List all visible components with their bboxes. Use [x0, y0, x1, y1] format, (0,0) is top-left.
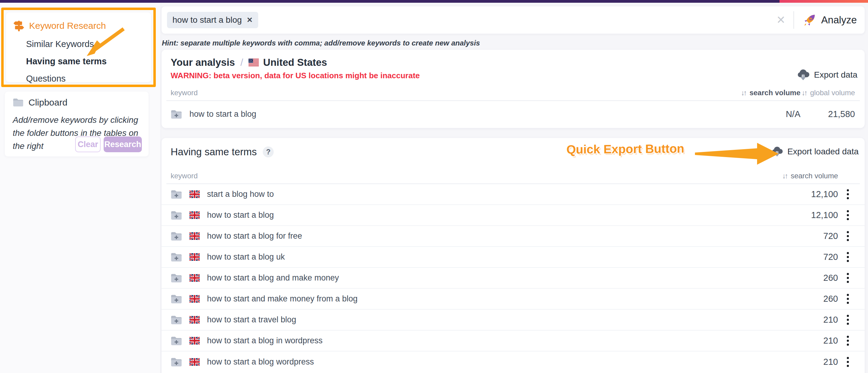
uk-flag-icon	[189, 211, 200, 219]
signpost-icon	[13, 20, 25, 32]
annotation-arrow-nav	[81, 26, 130, 62]
keyword-cell: how to start a blog for free	[207, 231, 302, 241]
search-volume-cell: 720	[824, 252, 838, 262]
keyword-cell: how to start a blog and make money	[207, 273, 339, 283]
your-analysis-card: Your analysis /	[161, 50, 865, 128]
table-row: how to start and make money from a blog …	[161, 289, 865, 310]
folder-add-icon[interactable]	[170, 315, 182, 325]
keyword-cell: how to start a blog in wordpress	[207, 336, 322, 345]
kebab-menu-icon[interactable]	[845, 355, 851, 369]
uk-flag-icon	[189, 274, 200, 282]
uk-flag-icon	[189, 316, 200, 323]
export-data-button[interactable]: Export data	[797, 68, 858, 81]
keyword-cell: how to start a blog	[189, 110, 256, 119]
keywords-input-bar[interactable]: how to start a blog ✕ ✕ A	[161, 6, 865, 34]
chip-remove-icon[interactable]: ✕	[247, 17, 253, 24]
column-header-keyword: keyword	[170, 172, 771, 180]
keywords-hint: Hint: separate multiple keywords with co…	[162, 39, 480, 47]
kebab-menu-icon[interactable]	[845, 292, 851, 306]
table-row: how to start a blog 12,100	[161, 205, 865, 226]
help-icon[interactable]: ?	[263, 146, 274, 157]
folder-add-icon[interactable]	[170, 336, 182, 346]
kebab-menu-icon[interactable]	[845, 334, 851, 347]
folder-add-icon[interactable]	[170, 273, 182, 283]
analysis-title: Your analysis	[170, 57, 235, 68]
beta-warning: WARNING: beta version, data for US locat…	[161, 71, 865, 80]
search-volume-cell: 260	[824, 273, 838, 283]
clipboard-card: Clipboard Add/remove keywords by clickin…	[5, 92, 149, 156]
uk-flag-icon	[189, 253, 200, 261]
search-volume-cell: 210	[824, 357, 838, 367]
clear-button[interactable]: Clear	[75, 137, 101, 152]
table-row: how to start a blog for free 720	[161, 226, 865, 247]
export-loaded-data-label: Export loaded data	[787, 147, 859, 156]
analysis-country: United States	[263, 57, 327, 68]
keyword-cell: how to start and make money from a blog	[207, 294, 358, 304]
search-volume-cell: 12,100	[811, 189, 838, 199]
sort-icon[interactable]: ↓↑	[782, 172, 788, 180]
search-volume-cell: 720	[824, 231, 838, 241]
search-volume-cell: 210	[824, 315, 838, 325]
search-volume-cell: 260	[824, 294, 838, 304]
analyze-label: Analyze	[821, 14, 857, 26]
table-row: how to start a blog in wordpress 210	[161, 331, 865, 351]
uk-flag-icon	[189, 295, 200, 303]
same-terms-table: start a blog how to 12,100	[161, 184, 865, 372]
export-loaded-data-button[interactable]: Export loaded data	[771, 146, 859, 157]
column-header-global-volume[interactable]: ↓↑ global volume	[802, 89, 855, 97]
kebab-menu-icon[interactable]	[845, 229, 851, 243]
us-flag-icon	[249, 59, 259, 66]
table-row: start a blog how to 12,100	[161, 184, 865, 205]
sidebar-item-questions[interactable]: Questions	[6, 70, 151, 87]
kebab-menu-icon[interactable]	[845, 208, 851, 222]
progress-segment-purple	[0, 0, 779, 3]
table-row: how to start a blog and make money 260	[161, 268, 865, 289]
keyword-cell: start a blog how to	[207, 190, 274, 199]
kebab-menu-icon[interactable]	[845, 271, 851, 285]
cloud-download-icon	[797, 68, 810, 81]
folder-add-icon[interactable]	[170, 252, 182, 262]
column-header-search-volume[interactable]: ↓↑ search volume	[782, 172, 838, 180]
rocket-icon	[803, 13, 817, 27]
top-progress-bar	[0, 0, 868, 3]
annotation-quick-export-label: Quick Export Button	[566, 142, 684, 156]
main-content: how to start a blog ✕ ✕ A	[161, 3, 868, 373]
export-data-label: Export data	[814, 70, 858, 80]
folder-add-icon[interactable]	[170, 210, 182, 220]
research-button[interactable]: Research	[104, 137, 142, 152]
having-same-terms-card: Having same terms ? Export loaded data k…	[161, 138, 865, 373]
uk-flag-icon	[189, 358, 200, 366]
folder-add-icon[interactable]	[170, 189, 182, 199]
column-header-search-volume[interactable]: ↓↑ search volume	[741, 89, 800, 97]
table-row: how to start a travel blog 210	[161, 310, 865, 331]
kebab-menu-icon[interactable]	[845, 250, 851, 264]
keyword-cell: how to start a travel blog	[207, 315, 296, 324]
folder-add-icon[interactable]	[170, 294, 182, 304]
clear-input-icon[interactable]: ✕	[768, 15, 793, 26]
search-volume-cell: 210	[824, 336, 838, 346]
search-volume-cell: 12,100	[811, 210, 838, 220]
folder-add-icon[interactable]	[170, 357, 182, 367]
sidebar: Keyword Research Similar Keywords Having…	[0, 3, 161, 373]
table-row: how to start a blog uk 720	[161, 247, 865, 268]
folder-add-icon[interactable]	[170, 231, 182, 241]
analyze-button[interactable]: Analyze	[794, 13, 860, 27]
table-row: how to start a blog N/A 21,580	[161, 101, 865, 127]
clipboard-title: Clipboard	[29, 97, 67, 108]
progress-segment-pink	[779, 0, 868, 3]
sort-icon[interactable]: ↓↑	[802, 89, 808, 97]
uk-flag-icon	[189, 337, 200, 344]
annotation-highlight-box: Keyword Research Similar Keywords Having…	[1, 7, 156, 87]
same-terms-title: Having same terms	[170, 146, 257, 158]
keyword-cell: how to start a blog uk	[207, 252, 285, 262]
folder-add-icon[interactable]	[170, 109, 182, 119]
keyword-cell: how to start a blog	[207, 210, 274, 220]
column-header-keyword: keyword	[170, 89, 734, 97]
keyword-chip[interactable]: how to start a blog ✕	[167, 12, 258, 28]
kebab-menu-icon[interactable]	[845, 313, 851, 326]
global-volume-cell: 21,580	[828, 109, 855, 119]
folder-icon	[13, 98, 24, 107]
kebab-menu-icon[interactable]	[845, 188, 851, 201]
sort-icon[interactable]: ↓↑	[741, 89, 747, 97]
annotation-arrow-quick-export	[692, 138, 783, 168]
